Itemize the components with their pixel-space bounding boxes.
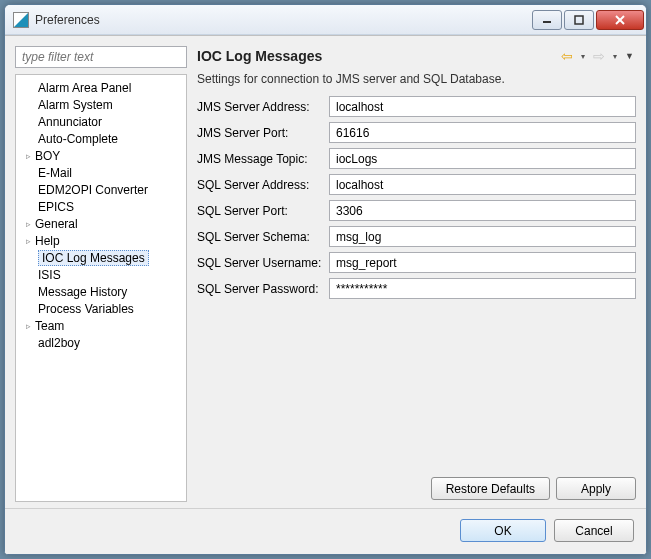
tree-item-label: BOY — [35, 149, 60, 163]
tree-item-label: Auto-Complete — [38, 132, 118, 146]
tree-item[interactable]: Alarm Area Panel — [18, 79, 184, 96]
forward-menu-caret[interactable]: ▾ — [613, 52, 617, 61]
tree-item[interactable]: Process Variables — [18, 300, 184, 317]
tree-item-label: Annunciator — [38, 115, 102, 129]
field-label: SQL Server Address: — [195, 178, 325, 192]
settings-form: JMS Server Address:JMS Server Port:JMS M… — [195, 96, 636, 299]
view-menu-icon[interactable]: ▼ — [625, 51, 634, 61]
maximize-button[interactable] — [564, 10, 594, 30]
page-buttons: Restore Defaults Apply — [195, 471, 636, 502]
close-icon — [614, 15, 626, 25]
field-label: JMS Server Address: — [195, 100, 325, 114]
field-input[interactable] — [329, 252, 636, 273]
restore-defaults-button[interactable]: Restore Defaults — [431, 477, 550, 500]
minimize-icon — [542, 15, 552, 25]
forward-icon[interactable]: ⇨ — [593, 48, 605, 64]
field-input[interactable] — [329, 122, 636, 143]
tree-item[interactable]: BOY — [18, 147, 184, 164]
field-input[interactable] — [329, 278, 636, 299]
tree-item-label: E-Mail — [38, 166, 72, 180]
tree-item-label: adl2boy — [38, 336, 80, 350]
tree-item[interactable]: IOC Log Messages — [18, 249, 184, 266]
field-label: SQL Server Password: — [195, 282, 325, 296]
cancel-button[interactable]: Cancel — [554, 519, 634, 542]
tree-item-label: Alarm System — [38, 98, 113, 112]
main-area: Alarm Area PanelAlarm SystemAnnunciatorA… — [5, 36, 646, 508]
filter-input[interactable] — [15, 46, 187, 68]
field-label: JMS Message Topic: — [195, 152, 325, 166]
tree-item-label: Message History — [38, 285, 127, 299]
tree-item[interactable]: Annunciator — [18, 113, 184, 130]
window-title: Preferences — [35, 13, 530, 27]
field-label: JMS Server Port: — [195, 126, 325, 140]
tree-item[interactable]: Message History — [18, 283, 184, 300]
minimize-button[interactable] — [532, 10, 562, 30]
back-menu-caret[interactable]: ▾ — [581, 52, 585, 61]
app-icon — [13, 12, 29, 28]
field-input[interactable] — [329, 96, 636, 117]
tree-item-label: Help — [35, 234, 60, 248]
dialog-footer: OK Cancel — [5, 508, 646, 554]
tree-item[interactable]: E-Mail — [18, 164, 184, 181]
apply-button[interactable]: Apply — [556, 477, 636, 500]
tree-item-label: ISIS — [38, 268, 61, 282]
field-label: SQL Server Port: — [195, 204, 325, 218]
tree-item-label: Alarm Area Panel — [38, 81, 131, 95]
tree-item[interactable]: Help — [18, 232, 184, 249]
field-input[interactable] — [329, 174, 636, 195]
window-controls — [530, 10, 644, 30]
content-header: IOC Log Messages ⇦ ▾ ⇨ ▾ ▼ — [195, 46, 636, 70]
tree-item[interactable]: EDM2OPI Converter — [18, 181, 184, 198]
back-icon[interactable]: ⇦ — [561, 48, 573, 64]
field-label: SQL Server Username: — [195, 256, 325, 270]
tree-item-label: Process Variables — [38, 302, 134, 316]
tree-item[interactable]: Team — [18, 317, 184, 334]
dialog-body: Alarm Area PanelAlarm SystemAnnunciatorA… — [5, 35, 646, 554]
field-input[interactable] — [329, 148, 636, 169]
page-description: Settings for connection to JMS server an… — [197, 72, 636, 86]
svg-rect-1 — [575, 16, 583, 24]
field-label: SQL Server Schema: — [195, 230, 325, 244]
tree-item[interactable]: adl2boy — [18, 334, 184, 351]
tree-item[interactable]: General — [18, 215, 184, 232]
sidebar: Alarm Area PanelAlarm SystemAnnunciatorA… — [15, 46, 187, 502]
tree-item-label: General — [35, 217, 78, 231]
tree-item[interactable]: Alarm System — [18, 96, 184, 113]
tree-item-label: IOC Log Messages — [38, 250, 149, 266]
titlebar: Preferences — [5, 5, 646, 35]
preferences-window: Preferences Alarm Area PanelAlarm System… — [4, 4, 647, 555]
tree-item[interactable]: EPICS — [18, 198, 184, 215]
maximize-icon — [574, 15, 584, 25]
tree-item-label: Team — [35, 319, 64, 333]
field-input[interactable] — [329, 226, 636, 247]
ok-button[interactable]: OK — [460, 519, 546, 542]
tree-item-label: EPICS — [38, 200, 74, 214]
tree-item[interactable]: Auto-Complete — [18, 130, 184, 147]
field-input[interactable] — [329, 200, 636, 221]
tree-item-label: EDM2OPI Converter — [38, 183, 148, 197]
header-toolbar: ⇦ ▾ ⇨ ▾ ▼ — [561, 48, 634, 64]
tree-item[interactable]: ISIS — [18, 266, 184, 283]
close-button[interactable] — [596, 10, 644, 30]
preferences-tree[interactable]: Alarm Area PanelAlarm SystemAnnunciatorA… — [15, 74, 187, 502]
page-title: IOC Log Messages — [197, 48, 561, 64]
content-pane: IOC Log Messages ⇦ ▾ ⇨ ▾ ▼ Settings for … — [195, 46, 636, 502]
